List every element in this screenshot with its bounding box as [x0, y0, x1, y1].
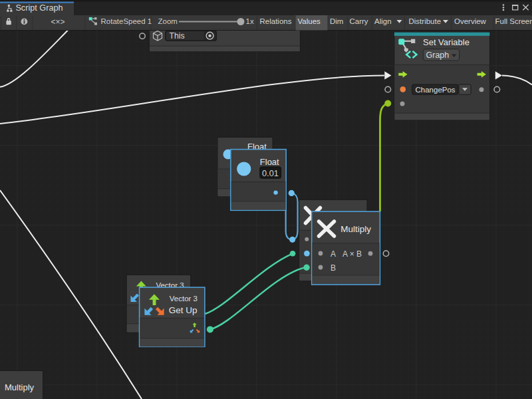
svg-text:Distribute: Distribute — [409, 17, 442, 25]
svg-text:Align: Align — [374, 17, 392, 25]
svg-text:0.01: 0.01 — [262, 168, 279, 178]
svg-text:Multiply: Multiply — [5, 382, 35, 392]
svg-text:<×>: <×> — [51, 17, 65, 27]
svg-text:B: B — [331, 263, 336, 273]
svg-text:A × B: A × B — [342, 249, 362, 259]
svg-text:RotateSpeed 1: RotateSpeed 1 — [101, 17, 152, 25]
svg-text:Dim: Dim — [330, 17, 343, 25]
svg-text:Carry: Carry — [350, 17, 368, 25]
svg-text:ChangePos: ChangePos — [416, 86, 456, 94]
svg-text:Vector 3: Vector 3 — [170, 295, 198, 303]
svg-text:Full Screen: Full Screen — [495, 17, 532, 25]
svg-text:Overview: Overview — [454, 17, 487, 25]
svg-text:Multiply: Multiply — [340, 224, 371, 234]
svg-text:Graph: Graph — [426, 51, 450, 60]
svg-text:Script Graph: Script Graph — [15, 3, 63, 13]
svg-text:This: This — [170, 31, 185, 41]
svg-text:1x: 1x — [246, 17, 254, 25]
svg-text:Relations: Relations — [260, 17, 292, 25]
svg-text:Get Up: Get Up — [169, 305, 198, 315]
svg-text:Set Variable: Set Variable — [423, 37, 469, 47]
svg-text:Zoom: Zoom — [158, 17, 178, 25]
svg-text:Values: Values — [298, 17, 321, 25]
svg-text:Float: Float — [260, 157, 279, 167]
svg-text:A: A — [331, 249, 336, 259]
